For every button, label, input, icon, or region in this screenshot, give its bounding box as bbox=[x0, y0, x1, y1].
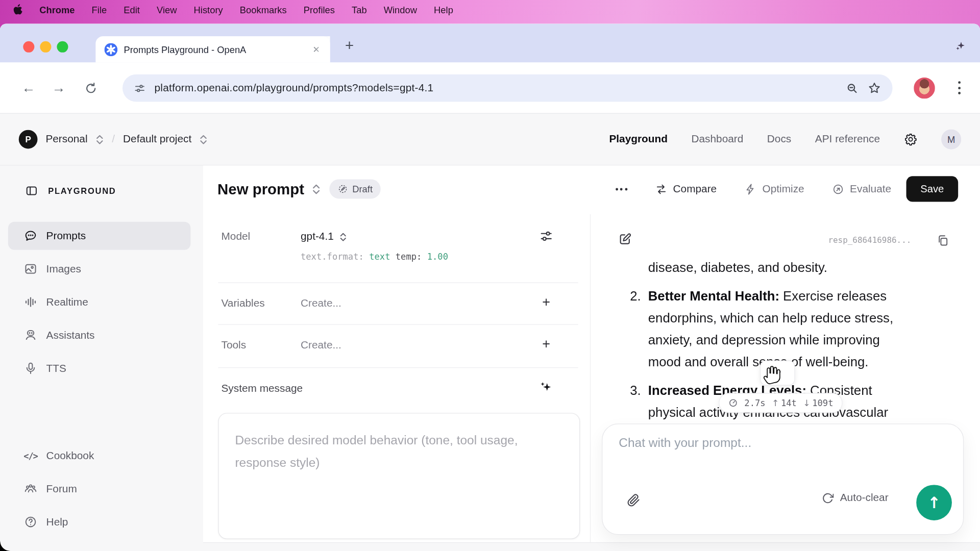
sidebar-item-label: Help bbox=[46, 516, 68, 528]
optimize-label: Optimize bbox=[763, 183, 804, 195]
evaluate-icon bbox=[832, 183, 844, 195]
send-arrow-icon: ↑ bbox=[927, 493, 941, 512]
model-selector[interactable]: gpt-4.1 bbox=[301, 231, 347, 243]
code-icon: </> bbox=[24, 450, 38, 461]
sidebar-item-cookbook[interactable]: </> Cookbook bbox=[8, 442, 191, 470]
sidebar-section-playground: PLAYGROUND bbox=[25, 184, 116, 197]
url-text[interactable]: platform.openai.com/playground/prompts?m… bbox=[154, 82, 837, 94]
more-options-icon[interactable] bbox=[616, 188, 627, 190]
sidebar-item-prompts[interactable]: Prompts bbox=[8, 222, 191, 250]
nav-dashboard[interactable]: Dashboard bbox=[691, 133, 743, 145]
sidebar-item-images[interactable]: Images bbox=[8, 255, 191, 283]
site-info-icon[interactable] bbox=[134, 82, 145, 94]
waveform-icon bbox=[24, 295, 38, 309]
edit-icon[interactable] bbox=[618, 232, 632, 246]
tab-strip: Prompts Playground - OpenA ✕ + bbox=[0, 24, 980, 63]
sidebar-item-label: Cookbook bbox=[46, 449, 94, 462]
chat-input[interactable] bbox=[619, 435, 944, 471]
send-button[interactable]: ↑ bbox=[916, 485, 952, 520]
panel-divider bbox=[590, 214, 591, 542]
optimize-button[interactable]: Optimize bbox=[744, 183, 804, 195]
sidebar-item-assistants[interactable]: Assistants bbox=[8, 321, 191, 349]
sidebar-item-forum[interactable]: Forum bbox=[8, 475, 191, 503]
divider bbox=[218, 367, 578, 368]
reload-icon[interactable] bbox=[80, 78, 102, 99]
apple-icon[interactable] bbox=[12, 4, 22, 15]
chat-bubble-icon bbox=[24, 229, 38, 243]
copy-icon[interactable] bbox=[936, 234, 949, 247]
zoom-icon[interactable] bbox=[846, 82, 859, 95]
forward-icon[interactable]: → bbox=[48, 78, 69, 99]
robot-icon bbox=[24, 328, 38, 342]
window-zoom-button[interactable] bbox=[57, 41, 68, 53]
menu-file[interactable]: File bbox=[92, 5, 107, 15]
menu-history[interactable]: History bbox=[194, 5, 223, 15]
nav-api-reference[interactable]: API reference bbox=[815, 133, 880, 145]
chevron-updown-icon[interactable] bbox=[200, 133, 208, 145]
compare-button[interactable]: Compare bbox=[655, 183, 717, 195]
tools-create-button[interactable]: Create... bbox=[301, 339, 341, 352]
save-button[interactable]: Save bbox=[906, 176, 959, 202]
paperclip-icon[interactable] bbox=[626, 493, 641, 507]
back-icon[interactable]: ← bbox=[18, 78, 40, 99]
tab-sparkle-icon[interactable] bbox=[955, 40, 966, 51]
bolt-icon bbox=[744, 183, 756, 195]
output-tokens: ↓109t bbox=[803, 398, 833, 408]
sidebar-item-tts[interactable]: TTS bbox=[8, 354, 191, 382]
sidebar-item-label: Prompts bbox=[46, 230, 86, 242]
add-variable-icon[interactable]: + bbox=[538, 294, 554, 311]
url-bar[interactable]: platform.openai.com/playground/prompts?m… bbox=[122, 74, 893, 102]
window-close-button[interactable] bbox=[23, 41, 34, 53]
menu-tab[interactable]: Tab bbox=[352, 5, 367, 15]
browser-profile-avatar[interactable] bbox=[914, 78, 935, 99]
menu-edit[interactable]: Edit bbox=[124, 5, 140, 15]
arrow-up-icon: ↑ bbox=[772, 398, 779, 408]
browser-tab[interactable]: Prompts Playground - OpenA ✕ bbox=[95, 36, 330, 62]
menu-window[interactable]: Window bbox=[384, 5, 417, 15]
sidebar-item-help[interactable]: Help bbox=[8, 508, 191, 536]
org-switcher[interactable]: Personal bbox=[45, 133, 87, 145]
prompt-actions: Compare Optimize Evaluate bbox=[616, 176, 958, 202]
response-id: resp_686416986... bbox=[828, 236, 911, 245]
auto-clear-toggle[interactable]: Auto-clear bbox=[822, 492, 888, 504]
panel-icon[interactable] bbox=[25, 184, 38, 197]
menu-profiles[interactable]: Profiles bbox=[304, 5, 335, 15]
chevron-updown-icon[interactable] bbox=[95, 133, 104, 145]
menu-help[interactable]: Help bbox=[434, 5, 453, 15]
variables-create-button[interactable]: Create... bbox=[301, 297, 341, 310]
tab-title: Prompts Playground - OpenA bbox=[124, 44, 304, 55]
image-icon bbox=[24, 262, 38, 276]
divider bbox=[218, 282, 578, 283]
project-switcher[interactable]: Default project bbox=[123, 133, 191, 145]
add-tool-icon[interactable]: + bbox=[538, 336, 554, 353]
microphone-icon bbox=[24, 361, 38, 375]
org-avatar: P bbox=[19, 130, 38, 149]
chevron-updown-icon[interactable] bbox=[312, 183, 321, 195]
sidebar-item-label: TTS bbox=[46, 362, 66, 374]
menu-chrome[interactable]: Chrome bbox=[39, 5, 75, 15]
sliders-icon[interactable] bbox=[540, 229, 553, 243]
system-message-input[interactable] bbox=[218, 413, 580, 539]
browser-menu-icon[interactable] bbox=[958, 81, 961, 94]
menu-view[interactable]: View bbox=[157, 5, 177, 15]
window-minimize-button[interactable] bbox=[40, 41, 51, 53]
bookmark-star-icon[interactable] bbox=[868, 81, 881, 95]
system-message-label: System message bbox=[221, 382, 303, 394]
gear-icon[interactable] bbox=[904, 133, 918, 146]
refresh-icon bbox=[822, 492, 834, 504]
compare-icon bbox=[655, 183, 667, 195]
sidebar-item-realtime[interactable]: Realtime bbox=[8, 288, 191, 316]
breadcrumb: P Personal / Default project bbox=[19, 130, 208, 149]
param-value: 1.00 bbox=[422, 252, 448, 262]
menu-bookmarks[interactable]: Bookmarks bbox=[240, 5, 287, 15]
nav-playground[interactable]: Playground bbox=[609, 133, 668, 145]
evaluate-button[interactable]: Evaluate bbox=[832, 183, 892, 195]
prompt-title[interactable]: New prompt bbox=[217, 180, 304, 197]
new-tab-button[interactable]: + bbox=[339, 35, 360, 57]
desktop: Chrome File Edit View History Bookmarks … bbox=[0, 0, 980, 551]
nav-docs[interactable]: Docs bbox=[767, 133, 791, 145]
model-label: Model bbox=[221, 231, 250, 243]
account-avatar[interactable]: M bbox=[941, 129, 961, 149]
sparkle-icon[interactable] bbox=[540, 381, 553, 394]
param-value: text bbox=[364, 252, 390, 262]
